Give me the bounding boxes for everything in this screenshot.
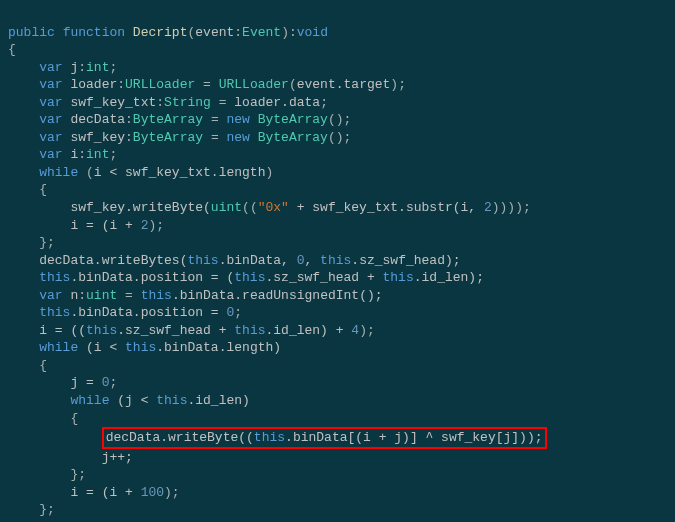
line-14: decData.writeBytes(this.binData, 0, this…	[39, 253, 460, 268]
line-23: {	[70, 411, 78, 426]
line-1: public function Decript(event:Event):voi…	[8, 25, 328, 40]
line-3: var j:int;	[39, 60, 117, 75]
line-15: this.binData.position = (this.sz_swf_hea…	[39, 270, 484, 285]
line-8: var i:int;	[39, 147, 117, 162]
line-6: var decData:ByteArray = new ByteArray();	[39, 112, 351, 127]
line-17: this.binData.position = 0;	[39, 305, 242, 320]
line-21: j = 0;	[70, 375, 117, 390]
line-26: };	[70, 467, 86, 482]
line-18: i = ((this.sz_swf_head + this.id_len) + …	[39, 323, 375, 338]
line-12: i = (i + 2);	[70, 218, 164, 233]
line-16: var n:uint = this.binData.readUnsignedIn…	[39, 288, 382, 303]
line-19: while (i < this.binData.length)	[39, 340, 281, 355]
line-11: swf_key.writeByte(uint(("0x" + swf_key_t…	[70, 200, 530, 215]
line-13: };	[39, 235, 55, 250]
line-4: var loader:URLLoader = URLLoader(event.t…	[39, 77, 406, 92]
line-9: while (i < swf_key_txt.length)	[39, 165, 273, 180]
line-7: var swf_key:ByteArray = new ByteArray();	[39, 130, 351, 145]
code-block: public function Decript(event:Event):voi…	[0, 0, 675, 522]
line-28: };	[39, 502, 55, 517]
line-5: var swf_key_txt:String = loader.data;	[39, 95, 328, 110]
line-20: {	[39, 358, 47, 373]
line-27: i = (i + 100);	[70, 485, 179, 500]
line-25: j++;	[102, 450, 133, 465]
line-10: {	[39, 182, 47, 197]
line-24-highlighted: decData.writeByte((this.binData[(i + j)]…	[102, 430, 547, 445]
line-2: {	[8, 42, 16, 57]
line-22: while (j < this.id_len)	[70, 393, 249, 408]
